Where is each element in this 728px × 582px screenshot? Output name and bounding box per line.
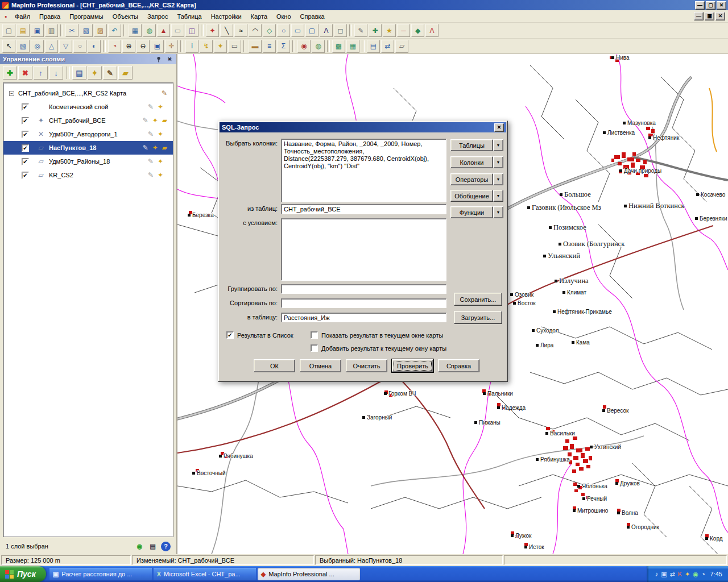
close-button[interactable]: ✕ [717, 1, 726, 10]
dropdown-button[interactable]: Операторы [450, 173, 493, 185]
text-tool-icon[interactable]: A [320, 24, 333, 37]
menu-item[interactable]: Справка [296, 11, 329, 22]
add-node-icon[interactable]: ✚ [369, 24, 382, 37]
layer-zoom-icon[interactable]: ✦ [158, 171, 163, 179]
help-icon[interactable]: ? [161, 542, 171, 551]
set-target-district-icon[interactable]: ◉ [297, 40, 311, 53]
dropdown-button[interactable]: Колонки [450, 156, 493, 168]
chevron-down-icon[interactable]: ▼ [493, 206, 503, 218]
radius-select-icon[interactable]: ◎ [31, 40, 44, 53]
task-mapinfo[interactable]: ◆MapInfo Professional ... [258, 568, 360, 580]
chevron-down-icon[interactable]: ▼ [493, 173, 503, 185]
symbol-style-icon[interactable]: ★ [383, 24, 396, 37]
print-icon[interactable]: ▥ [45, 24, 58, 37]
add-layer-icon[interactable]: ✚ [3, 66, 17, 80]
child-close-button[interactable]: ✕ [715, 12, 725, 20]
line-tool-icon[interactable]: ╲ [220, 24, 233, 37]
menu-item[interactable]: Карта [246, 11, 272, 22]
into-table-input[interactable] [281, 313, 446, 322]
move-layer-down-icon[interactable]: ↓ [49, 66, 63, 80]
layer-visibility-checkbox[interactable]: ✔ [22, 158, 29, 165]
menu-item[interactable]: Файл [10, 11, 35, 22]
text-style-icon[interactable]: A [425, 24, 439, 37]
maximize-button[interactable]: ▢ [706, 1, 715, 10]
arc-tool-icon[interactable]: ◠ [249, 24, 262, 37]
layer-visibility-checkbox[interactable]: ✔ [22, 172, 29, 179]
rectangle-tool-icon[interactable]: ▭ [291, 24, 304, 37]
rounded-rect-tool-icon[interactable]: ▢ [305, 24, 318, 37]
zoom-layering-icon[interactable]: ✦ [88, 66, 102, 80]
new-layout-icon[interactable]: ▭ [171, 24, 184, 37]
open-table-icon[interactable]: ▤ [16, 24, 30, 37]
previous-view-icon[interactable]: ⇄ [381, 40, 394, 53]
layer-row-districts[interactable]: ✔ ▱ Удм500т_Районы_18 ✎ ✦ [3, 155, 173, 168]
frame-tool-icon[interactable]: ◻ [334, 24, 347, 37]
layer-name[interactable]: Косметический слой [47, 102, 146, 112]
task-excel[interactable]: XMicrosoft Excel - СНТ_ра... [154, 568, 256, 580]
cancel-button[interactable]: Отмена [300, 359, 341, 372]
polygon-select-icon[interactable]: △ [45, 40, 58, 53]
layer-editable-icon[interactable]: ✎ [148, 157, 154, 165]
polyline-tool-icon[interactable]: ≈ [234, 24, 247, 37]
layer-name[interactable]: СНТ_рабочий_ВСЕ [47, 115, 140, 126]
new-table-icon[interactable]: ▢ [2, 24, 15, 37]
ellipse-tool-icon[interactable]: ○ [277, 24, 290, 37]
tree-collapse-icon[interactable]: − [9, 91, 14, 96]
result-to-browser-checkbox[interactable]: ✔ Результат в Список [226, 331, 293, 339]
layer-zoom-icon[interactable]: ✦ [152, 117, 158, 124]
pin-icon[interactable] [155, 55, 163, 63]
polygon-tool-icon[interactable]: ◇ [263, 24, 276, 37]
group-by-input[interactable] [281, 284, 446, 294]
add-result-map-checkbox[interactable]: Добавить результат к текущему окну карты [311, 344, 446, 352]
invert-selection-icon[interactable]: ◐ [88, 40, 101, 53]
layer-name[interactable]: KR_CS2 [47, 170, 146, 180]
reshape-icon[interactable]: ✎ [354, 24, 367, 37]
tray-update-icon[interactable]: ◉ [693, 571, 698, 578]
task-distance-doc[interactable]: ▣Расчет расстояния до ... [49, 568, 152, 580]
menu-item[interactable]: Запрос [143, 11, 172, 22]
undo-icon[interactable]: ↶ [108, 24, 121, 37]
select-tool-icon[interactable]: ↖ [2, 40, 15, 53]
layer-zoom-icon[interactable]: ✦ [158, 103, 163, 111]
layer-panel-title-bar[interactable]: Управление слоями ✕ [0, 54, 176, 64]
menu-item[interactable]: Окно [272, 11, 296, 22]
boundary-select-icon[interactable]: ▽ [59, 40, 72, 53]
checkbox-box[interactable] [311, 344, 318, 352]
child-restore-button[interactable]: ▣ [705, 12, 714, 20]
show-result-map-checkbox[interactable]: Показать результат в текущем окне карты [311, 331, 443, 339]
map-window-node-label[interactable]: СНТ_рабочий_ВСЕ,...,KR_CS2 Карта [18, 90, 162, 97]
menu-item[interactable]: Объекты [108, 11, 143, 22]
line-style-icon[interactable]: ─ [397, 24, 410, 37]
menu-item[interactable]: Программы [65, 11, 107, 22]
layer-zoom-icon[interactable]: ✦ [158, 130, 163, 138]
chevron-down-icon[interactable]: ▼ [493, 139, 503, 151]
panel-close-icon[interactable]: ✕ [166, 55, 173, 63]
table-list-icon[interactable]: ▱ [395, 40, 408, 53]
info-tool-icon[interactable]: i [185, 40, 198, 53]
pan-tool-icon[interactable]: ✛ [165, 40, 178, 53]
layer-visibility-checkbox[interactable]: ✔ [22, 103, 29, 111]
new-mapper-icon[interactable]: ◍ [143, 24, 156, 37]
map-style-icon[interactable]: ✎ [162, 89, 167, 97]
layer-row-kr-cs2[interactable]: ✔ ▱ KR_CS2 ✎ ✦ [3, 168, 173, 182]
layer-visibility-icon[interactable]: ▤ [72, 66, 86, 80]
layer-editable-icon[interactable]: ✎ [143, 117, 148, 124]
layer-row-settlements[interactable]: ✔ ▱ НасПунктов_18 ✎ ✦ ▰ [3, 141, 173, 155]
new-redistrict-icon[interactable]: ◫ [185, 24, 198, 37]
tray-shield-icon[interactable]: ✦ [685, 571, 690, 578]
layer-style-icon[interactable]: ✎ [103, 66, 117, 80]
new-grapher-icon[interactable]: ▲ [157, 24, 170, 37]
assign-selected-icon[interactable]: ◍ [312, 40, 325, 53]
layer-editable-icon[interactable]: ✎ [148, 130, 154, 138]
layer-zoom-icon[interactable]: ✦ [158, 157, 163, 165]
status-selected-layer[interactable]: Выбранный: НасПунктов_18 [315, 555, 503, 565]
layer-zoom-icon[interactable]: ✦ [152, 144, 158, 152]
ruler-icon[interactable]: ▬ [249, 40, 262, 53]
select-columns-input[interactable]: Название, Форма, Район, _2004, _2009, Но… [281, 139, 446, 202]
layer-row-cosmetic[interactable]: ✔ Косметический слой ✎ ✦ [3, 100, 173, 114]
ok-button[interactable]: ОК [254, 359, 295, 372]
tray-network-icon[interactable]: ⇄ [670, 571, 675, 578]
where-condition-input[interactable] [281, 218, 446, 281]
layer-editable-icon[interactable]: ✎ [148, 171, 154, 179]
layer-row-roads[interactable]: ✔ ✕ Удм500т_Автодороги_1 ✎ ✦ [3, 127, 173, 141]
